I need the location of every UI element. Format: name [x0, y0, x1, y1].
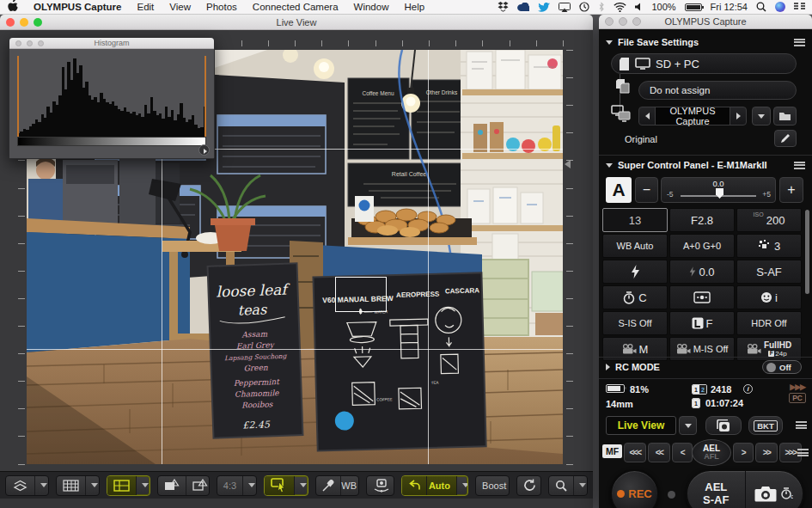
- level-gauge-icon[interactable]: [367, 476, 394, 495]
- ael-afl-button[interactable]: AEL AFL: [692, 439, 731, 466]
- apple-menu-icon[interactable]: [0, 0, 26, 14]
- bracketing-button[interactable]: BKT: [748, 416, 783, 435]
- wifi-icon[interactable]: [614, 3, 626, 12]
- aspect-ratio-dropdown[interactable]: [243, 476, 257, 495]
- scp-cell-wb-compensation[interactable]: A+0 G+0: [669, 234, 735, 258]
- exp-minus-button[interactable]: −: [635, 177, 658, 203]
- shadow-warning-icon[interactable]: [186, 476, 210, 495]
- menu-edit[interactable]: Edit: [129, 2, 162, 12]
- boost-label[interactable]: Boost: [476, 476, 510, 495]
- edit-filename-button[interactable]: [774, 130, 797, 147]
- exp-slider-thumb[interactable]: [716, 188, 723, 199]
- menu-window[interactable]: Window: [346, 2, 397, 12]
- focus-near-2[interactable]: >>: [755, 443, 778, 462]
- highlight-warning-icon[interactable]: [158, 476, 186, 495]
- cloud-app-icon[interactable]: [517, 3, 529, 11]
- magnifier-icon[interactable]: [549, 476, 574, 495]
- scp-header[interactable]: Super Control Panel - E-M1MarkII: [606, 158, 805, 172]
- zoom-dropdown[interactable]: [574, 476, 588, 495]
- notification-center-icon[interactable]: [794, 3, 805, 12]
- file-save-settings-header[interactable]: File Save Settings: [606, 35, 805, 49]
- aspect-ratio-button[interactable]: 4:3: [217, 475, 258, 496]
- aspect-ratio-label[interactable]: 4:3: [217, 476, 243, 495]
- eyedropper-icon[interactable]: [316, 476, 341, 495]
- layers-icon[interactable]: [6, 476, 35, 495]
- test-shot-button[interactable]: [705, 416, 742, 435]
- touch-af-icon[interactable]: [265, 476, 295, 495]
- auto-rotate-button[interactable]: Auto: [401, 475, 468, 496]
- auto-rotate-label[interactable]: Auto: [427, 476, 457, 495]
- info-icon[interactable]: i: [743, 384, 753, 394]
- display-mode-dropdown[interactable]: [35, 476, 49, 495]
- scp-menu-icon[interactable]: [794, 162, 805, 169]
- scp-cell-af-mode[interactable]: S-AF: [736, 260, 802, 284]
- display-mode-button[interactable]: [5, 475, 49, 496]
- menu-help[interactable]: Help: [396, 2, 432, 12]
- live-view-titlebar[interactable]: Live View: [0, 15, 593, 30]
- bluetooth-icon[interactable]: [598, 2, 605, 12]
- scp-cell-image-quality[interactable]: F: [669, 311, 735, 335]
- menu-photos[interactable]: Photos: [198, 2, 245, 12]
- capture-mode-select[interactable]: Live View: [606, 416, 676, 435]
- menu-connected-camera[interactable]: Connected Camera: [245, 2, 346, 12]
- scp-cell-white-balance[interactable]: WB Auto: [602, 234, 668, 258]
- wb-label[interactable]: WB: [341, 476, 359, 495]
- zoom-button-toolbar[interactable]: [548, 475, 588, 496]
- capture-titlebar[interactable]: OLYMPUS Capture: [599, 15, 812, 29]
- scp-cell-flash-compensation[interactable]: 0.0: [669, 260, 735, 284]
- open-folder-button[interactable]: [773, 107, 797, 125]
- rotate-arrow-icon[interactable]: [402, 476, 427, 495]
- touch-af-button[interactable]: [264, 475, 308, 496]
- focus-far-1[interactable]: <: [672, 443, 693, 462]
- app-prev-button[interactable]: [639, 113, 655, 119]
- scrollbar-thumb[interactable]: [805, 210, 809, 294]
- spotlight-icon[interactable]: [756, 2, 766, 12]
- scp-cell-hdr[interactable]: HDR Off: [736, 311, 802, 335]
- disclosure-icon[interactable]: [606, 364, 610, 370]
- refresh-button[interactable]: [516, 475, 540, 496]
- level-gauge-button[interactable]: [366, 475, 394, 496]
- file-save-menu-icon[interactable]: [794, 39, 805, 46]
- rc-mode-toggle[interactable]: Off: [762, 360, 802, 374]
- grid-table-icon[interactable]: [57, 476, 86, 495]
- capture-row-menu-icon[interactable]: [796, 421, 807, 429]
- disclosure-icon[interactable]: [606, 40, 613, 45]
- scp-cell-saturation[interactable]: 3: [736, 234, 802, 258]
- destination-button[interactable]: SD + PC: [611, 53, 797, 74]
- capture-mode-dropdown[interactable]: [679, 416, 697, 435]
- focus-far-2[interactable]: <<: [648, 443, 670, 462]
- shutter-release-button[interactable]: c: [746, 471, 803, 508]
- grid-overlay-button[interactable]: [107, 475, 150, 496]
- thumbnail-grid-dropdown[interactable]: [86, 476, 100, 495]
- refresh-icon[interactable]: [517, 476, 540, 495]
- app-next-button[interactable]: [730, 113, 746, 119]
- auto-rotate-dropdown[interactable]: [457, 476, 468, 495]
- ael-saf-button[interactable]: AEL S-AF: [687, 471, 746, 508]
- card-assign-button[interactable]: Do not assign: [638, 81, 797, 100]
- menu-view[interactable]: View: [162, 2, 198, 12]
- exp-plus-button[interactable]: +: [779, 177, 803, 203]
- exp-comp-slider[interactable]: 0.0 -5 +5: [661, 177, 776, 203]
- disclosure-icon[interactable]: [606, 163, 613, 168]
- airplay-display-icon[interactable]: [559, 3, 571, 12]
- scp-cell-drive-mode[interactable]: C: [602, 285, 668, 309]
- grid-overlay-dropdown[interactable]: [137, 476, 150, 495]
- focus-near-1[interactable]: >: [733, 443, 754, 462]
- histogram-expand-button[interactable]: [198, 144, 210, 156]
- twitter-icon[interactable]: [538, 3, 550, 12]
- menu-app-name[interactable]: OLYMPUS Capture: [26, 2, 129, 12]
- siri-icon[interactable]: [775, 2, 785, 12]
- wb-picker-button[interactable]: WB: [315, 475, 359, 496]
- thumbnail-grid-button[interactable]: [56, 475, 100, 496]
- scp-cell-aperture[interactable]: F2.8: [669, 208, 735, 232]
- scp-cell-shutter-speed[interactable]: 13: [602, 208, 668, 232]
- time-machine-icon[interactable]: [579, 2, 589, 12]
- scp-cell-metering[interactable]: [669, 285, 735, 309]
- af-target-frame[interactable]: [335, 277, 387, 312]
- grid-marker-right[interactable]: [565, 160, 571, 168]
- touch-af-dropdown[interactable]: [295, 476, 308, 495]
- focus-row-menu-icon[interactable]: [797, 449, 809, 456]
- mode-dial-button[interactable]: A: [606, 177, 632, 203]
- grid-overlay-icon[interactable]: [107, 476, 137, 495]
- volume-icon[interactable]: [635, 3, 643, 11]
